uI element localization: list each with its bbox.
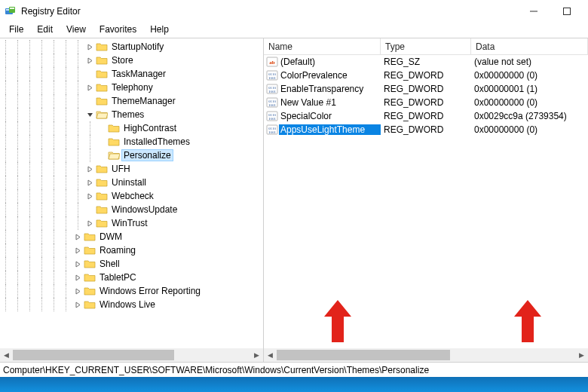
value-row[interactable]: ab (Default)REG_SZ(value not set) [264, 55, 588, 69]
tree-item-label[interactable]: Telephony [110, 82, 155, 93]
tree-item-label[interactable]: Uninstall [110, 177, 148, 188]
minimize-button[interactable] [517, 1, 550, 22]
tree-item-label[interactable]: Store [110, 55, 135, 66]
tree-item-label[interactable]: DWM [98, 231, 124, 242]
tree-row[interactable]: Shell [0, 257, 263, 271]
tree-scroll-track[interactable] [13, 348, 250, 362]
tree-row[interactable]: WinTrust [0, 216, 263, 230]
tree-hscroll[interactable]: ◀ ▶ [0, 348, 263, 362]
value-row[interactable]: 0110 1001 AppsUseLightThemeREG_DWORD0x00… [264, 123, 588, 136]
expand-icon[interactable] [72, 234, 83, 240]
tree-item-label[interactable]: StartupNotify [110, 41, 165, 52]
tree-guides [0, 271, 72, 284]
expand-icon[interactable] [84, 193, 95, 200]
tree-row[interactable]: TaskManager [0, 67, 263, 81]
scroll-left-icon[interactable]: ◀ [264, 348, 277, 362]
tree-row[interactable]: Windows Live [0, 298, 263, 311]
tree-item-label[interactable]: HighContrast [122, 123, 178, 133]
tree-row[interactable]: TabletPC [0, 271, 263, 284]
value-data: 0x00000000 (0) [471, 124, 588, 135]
value-name[interactable]: (Default) [279, 57, 381, 67]
tree-scroll-thumb[interactable] [13, 350, 174, 360]
maximize-button[interactable] [550, 1, 583, 22]
tree-row[interactable]: WindowsUpdate [0, 203, 263, 216]
tree-viewport[interactable]: StartupNotify Store TaskManager Telephon… [0, 38, 263, 348]
expand-icon[interactable] [72, 288, 83, 295]
expand-icon[interactable] [84, 166, 95, 173]
tree-item-label[interactable]: InstalledThemes [122, 136, 191, 147]
values-scroll-thumb[interactable] [277, 350, 450, 360]
tree-guides [0, 176, 84, 189]
scroll-left-icon[interactable]: ◀ [0, 348, 13, 362]
tree-item-label[interactable]: Themes [110, 109, 145, 120]
tree-item-label[interactable]: Windows Live [98, 299, 157, 310]
value-name[interactable]: AppsUseLightTheme [279, 124, 381, 135]
tree-row[interactable]: Uninstall [0, 176, 263, 189]
menu-view[interactable]: View [60, 23, 92, 35]
expand-icon[interactable] [72, 261, 83, 268]
value-name[interactable]: ColorPrevalence [279, 70, 381, 81]
tree-item-label[interactable]: Personalize [122, 150, 173, 161]
tree-row[interactable]: Telephony [0, 81, 263, 94]
value-data: 0x00000001 (1) [471, 84, 588, 94]
tree-row[interactable]: Webcheck [0, 189, 263, 203]
menu-edit[interactable]: Edit [31, 23, 59, 35]
values-scroll-track[interactable] [277, 348, 575, 362]
tree-item-label[interactable]: UFH [110, 164, 132, 174]
expand-icon[interactable] [72, 302, 83, 308]
menu-help[interactable]: Help [144, 23, 175, 35]
value-name[interactable]: New Value #1 [279, 97, 381, 108]
values-body[interactable]: ab (Default)REG_SZ(value not set) 0110 1… [264, 55, 588, 348]
column-data[interactable]: Data [471, 38, 588, 54]
expand-icon[interactable] [84, 57, 95, 64]
tree-item-label[interactable]: Windows Error Reporting [98, 286, 202, 296]
folder-icon [108, 122, 120, 134]
reg-binary-icon: 0110 1001 [265, 124, 279, 136]
value-row[interactable]: 0110 1001 ColorPrevalenceREG_DWORD0x0000… [264, 69, 588, 82]
tree-item-label[interactable]: Webcheck [110, 191, 155, 201]
expand-icon[interactable] [84, 220, 95, 227]
value-row[interactable]: 0110 1001 EnableTransparencyREG_DWORD0x0… [264, 82, 588, 96]
value-name[interactable]: SpecialColor [279, 111, 381, 121]
tree-row[interactable]: ThemeManager [0, 94, 263, 108]
tree-row[interactable]: Roaming [0, 243, 263, 257]
tree-item-label[interactable]: WinTrust [110, 218, 149, 228]
value-row[interactable]: 0110 1001 New Value #1REG_DWORD0x0000000… [264, 96, 588, 109]
tree-row[interactable]: Themes [0, 108, 263, 121]
tree-row[interactable]: Store [0, 54, 263, 67]
tree-item-label[interactable]: Roaming [98, 245, 137, 256]
menu-file[interactable]: File [3, 23, 29, 35]
svg-text:ab: ab [269, 60, 275, 66]
tree-row[interactable]: HighContrast [0, 121, 263, 135]
titlebar: Registry Editor [0, 0, 588, 23]
tree-item-label[interactable]: WindowsUpdate [110, 204, 179, 215]
expand-icon[interactable] [72, 247, 83, 254]
tree-row[interactable]: UFH [0, 162, 263, 176]
expand-icon[interactable] [84, 44, 95, 51]
tree-item-label[interactable]: Shell [98, 259, 121, 269]
tree-row[interactable]: DWM [0, 230, 263, 243]
value-row[interactable]: 0110 1001 SpecialColorREG_DWORD0x0029cc9… [264, 109, 588, 123]
tree-row[interactable]: InstalledThemes [0, 135, 263, 149]
expand-icon[interactable] [84, 84, 95, 91]
expand-icon[interactable] [84, 179, 95, 186]
values-hscroll[interactable]: ◀ ▶ [264, 348, 588, 362]
tree-row[interactable]: Windows Error Reporting [0, 284, 263, 298]
tree-guides [0, 94, 84, 108]
collapse-icon[interactable] [84, 112, 95, 118]
tree-item-label[interactable]: TaskManager [110, 69, 167, 79]
column-type[interactable]: Type [381, 38, 471, 54]
tree-row[interactable]: Personalize [0, 149, 263, 162]
value-name[interactable]: EnableTransparency [279, 84, 381, 94]
scroll-right-icon[interactable]: ▶ [575, 348, 588, 362]
menu-favorites[interactable]: Favorites [93, 23, 142, 35]
tree-guides [0, 54, 84, 67]
scroll-right-icon[interactable]: ▶ [250, 348, 263, 362]
tree-guides [0, 216, 84, 230]
column-name[interactable]: Name [264, 38, 381, 54]
tree-row[interactable]: StartupNotify [0, 40, 263, 54]
expand-icon[interactable] [72, 274, 83, 281]
tree-item-label[interactable]: TabletPC [98, 272, 138, 283]
tree-item-label[interactable]: ThemeManager [110, 96, 177, 106]
reg-binary-icon: 0110 1001 [265, 69, 279, 81]
